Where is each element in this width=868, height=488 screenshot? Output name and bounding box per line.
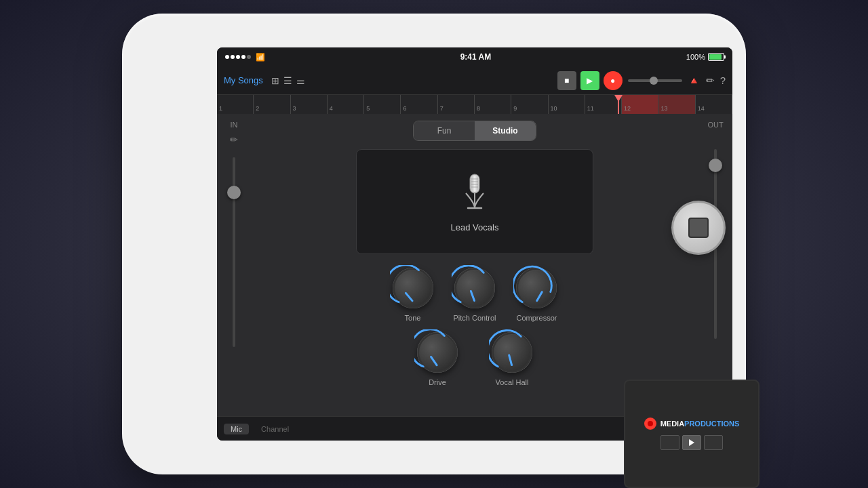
signal-dot-4 [241,55,245,59]
record-icon: ● [610,76,615,85]
volume-slider[interactable] [628,79,682,82]
status-time: 9:41 AM [460,52,492,62]
compressor-knob[interactable] [516,268,557,308]
knobs-row-1: Tone Pitch Control [393,268,557,322]
drive-knob[interactable] [417,332,458,373]
ruler-mark-1: 1 [217,95,254,114]
microphone-icon [458,171,492,218]
ruler-mark-6: 6 [401,95,437,114]
status-left: 📶 [225,53,265,62]
input-label: IN [231,121,238,129]
transport-controls: ■ ▶ ● [557,71,623,90]
tone-knob-arc [390,265,436,311]
signal-dot-5 [247,55,251,59]
output-level-thumb [709,159,722,172]
mic-tab[interactable]: Mic [224,424,249,434]
pitch-control-label: Pitch Control [454,314,496,322]
hardware-stop-button[interactable] [671,201,726,255]
compressor-label: Compressor [517,314,557,322]
my-songs-button[interactable]: My Songs [224,75,263,85]
signal-dots [225,55,251,59]
help-icon[interactable]: ? [720,75,726,86]
stop-button-square [688,218,709,238]
center-area: Fun Studio [251,114,698,416]
battery-bar [708,53,724,61]
edit-icon[interactable]: ✏ [230,134,238,145]
compressor-knob-arc [513,265,559,311]
drive-label: Drive [429,378,446,386]
mode-selector: Fun Studio [413,121,536,141]
tone-knob[interactable] [393,268,433,308]
main-content: IN ✏ Fun Studio [217,114,732,416]
view-mode-icon[interactable]: ⊞ [271,75,279,86]
input-level-thumb [227,186,241,199]
toolbar-right-icons: 🔺 ✏ ? [688,75,726,87]
compressor-knob-container: Compressor [516,268,557,322]
input-level-slider[interactable] [233,157,235,347]
ruler-mark-5: 5 [364,95,401,114]
channel-label: Channel [254,424,296,434]
toolbar: My Songs ⊞ ☰ ⚌ ■ ▶ ● [217,66,732,95]
play-button[interactable]: ▶ [580,71,599,90]
toolbar-icons: ⊞ ☰ ⚌ [271,75,305,86]
fun-mode-button[interactable]: Fun [414,121,475,140]
pitch-control-knob-container: Pitch Control [454,268,496,322]
ruler-mark-7: 7 [438,95,475,114]
ruler-mark-3: 3 [291,95,328,114]
battery-percent: 100% [686,53,705,61]
vocal-hall-label: Vocal Hall [496,378,529,386]
playhead [618,95,619,114]
tone-label: Tone [405,314,421,322]
signal-dot-1 [225,55,229,59]
stop-icon: ■ [564,76,569,85]
film-reel-watermark: MEDIAPRODUCTIONS [624,380,760,488]
drive-knob-arc [414,329,460,375]
signal-dot-3 [236,55,240,59]
battery-fill [709,54,722,60]
instrument-name: Lead Vocals [451,222,499,232]
ruler-mark-14: 14 [696,95,732,114]
signal-dot-2 [231,55,235,59]
tone-knob-container: Tone [393,268,433,322]
record-button[interactable]: ● [604,71,623,90]
stop-button[interactable]: ■ [557,71,576,90]
instrument-display[interactable]: Lead Vocals [356,149,593,254]
vocal-hall-knob[interactable] [492,332,532,373]
pencil-tool-icon[interactable]: ✏ [706,75,715,87]
status-bar: 📶 9:41 AM 100% [217,47,732,66]
pitch-knob-arc [452,265,498,311]
ruler-mark-9: 9 [511,95,548,114]
ruler-mark-4: 4 [328,95,364,114]
wifi-icon: 📶 [256,53,265,62]
knobs-row-2: Drive Vocal Hall [417,332,532,386]
playhead-arrow [614,95,623,102]
ruler-mark-13: 13 [658,95,695,114]
ruler-mark-10: 10 [549,95,585,114]
side-panel-right: OUT [698,114,732,416]
list-view-icon[interactable]: ☰ [283,75,292,86]
ruler-inner: 1 2 3 4 5 6 7 8 9 10 11 12 13 14 [217,95,732,114]
ruler-mark-12: 12 [622,95,658,114]
output-label: OUT [707,121,723,129]
volume-handle [650,77,658,85]
studio-mode-button[interactable]: Studio [475,121,536,140]
ruler-mark-8: 8 [475,95,511,114]
mixer-icon[interactable]: ⚌ [296,75,305,86]
side-panel-left: IN ✏ [217,114,251,416]
play-icon: ▶ [587,76,593,85]
svg-rect-1 [471,176,478,192]
status-right: 100% [686,53,724,61]
ruler-mark-2: 2 [254,95,290,114]
drive-knob-container: Drive [417,332,458,386]
vocal-hall-knob-arc [489,329,535,375]
bottom-left: Mic Channel [224,424,296,434]
pitch-control-knob[interactable] [454,268,495,308]
device-frame: 📶 9:41 AM 100% My Songs ⊞ ☰ ⚌ ■ [122,14,746,474]
battery-nub [724,56,726,59]
metronome-icon[interactable]: 🔺 [688,75,701,87]
timeline-ruler[interactable]: 1 2 3 4 5 6 7 8 9 10 11 12 13 14 [217,95,732,114]
vocal-hall-knob-container: Vocal Hall [492,332,532,386]
